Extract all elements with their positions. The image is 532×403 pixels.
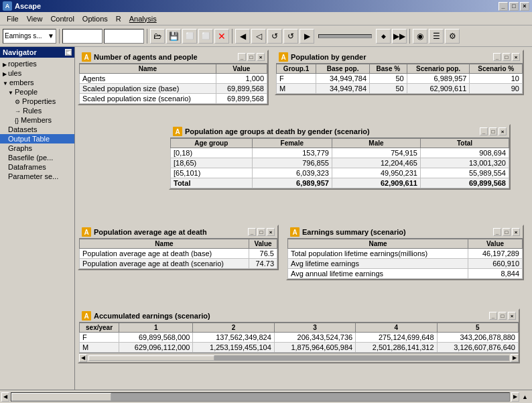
panel-pop-gender-close[interactable]: × <box>512 53 520 61</box>
toolbar-open-btn[interactable]: 🗁 <box>150 29 165 44</box>
panel-pop-gender-controls: _ □ × <box>493 53 520 61</box>
menu-r[interactable]: R <box>112 13 125 24</box>
panel-pop-gender-expand[interactable]: □ <box>503 53 511 61</box>
panel-agents-expand[interactable]: □ <box>247 53 255 61</box>
sidebar-item-basefile[interactable]: Basefile (pe... <box>0 153 74 162</box>
panel-earnings-summary-header: A Earnings summary (scenario) _ □ × <box>287 226 523 239</box>
gender-col-3: Scenario pop. <box>407 64 470 74</box>
scroll-thumb[interactable] <box>88 355 509 361</box>
panel-acc-earnings-icon: A <box>82 311 91 321</box>
toolbar-btn-9[interactable]: ▶ <box>300 29 314 44</box>
table-row: F 69,899,568,000 137,562,349,824 206,343… <box>80 333 519 343</box>
sidebar-item-people[interactable]: ▼People <box>0 87 74 97</box>
gender-col-4: Scenario % <box>470 64 523 74</box>
menu-file[interactable]: File <box>3 13 23 24</box>
scroll-left-btn[interactable]: ◀ <box>79 354 87 362</box>
panel-pop-gender-icon: A <box>279 52 288 62</box>
panel-acc-earnings-close[interactable]: × <box>508 312 516 320</box>
toolbar-btn-13[interactable]: ☰ <box>429 29 444 44</box>
toolbar-btn-6[interactable]: ◁ <box>251 29 266 44</box>
agents-col-value: Value <box>216 64 267 74</box>
panel-age-groups-title: Population age groups at death by gender… <box>185 127 480 135</box>
panel-age-groups: A Population age groups at death by gend… <box>169 124 511 190</box>
close-button[interactable]: × <box>520 2 529 11</box>
sidebar-item-parameter[interactable]: Parameter se... <box>0 172 74 181</box>
menu-analysis[interactable]: Analysis <box>125 13 161 24</box>
table-row: F 34,949,784 50 6,989,957 10 <box>277 74 523 84</box>
panel-agents-close[interactable]: × <box>257 53 265 61</box>
panel-avg-age-minimize[interactable]: _ <box>248 228 256 236</box>
panel-scrollbar[interactable]: ◀ ▶ <box>79 353 519 362</box>
panel-pop-gender-minimize[interactable]: _ <box>493 53 501 61</box>
toolbar-btn-7[interactable]: ↺ <box>267 29 282 44</box>
table-row: M 34,949,784 50 62,909,611 90 <box>277 84 523 94</box>
panel-earnings-summary-minimize[interactable]: _ <box>493 228 501 236</box>
scroll-h-left[interactable]: ◀ <box>1 392 9 402</box>
menu-options[interactable]: Options <box>78 13 112 24</box>
panel-acc-earnings-expand[interactable]: □ <box>498 312 507 320</box>
panel-age-groups-header: A Population age groups at death by gend… <box>170 125 509 138</box>
age-col-1: Female <box>252 139 332 148</box>
panel-avg-age-icon: A <box>82 227 91 237</box>
minimize-button[interactable]: _ <box>498 2 508 11</box>
panel-agents-title: Number of agents and people <box>94 53 238 61</box>
table-row: Scaled population size (scenario) 69,899… <box>80 94 267 104</box>
sidebar-item-rules[interactable]: ▶ules <box>0 68 74 78</box>
sidebar-item-people-members[interactable]: {} Members <box>0 115 74 125</box>
table-row: Total 6,989,957 62,909,611 69,899,568 <box>171 178 509 188</box>
content-area: A Number of agents and people _ □ × Name… <box>75 47 532 390</box>
toolbar-btn-11[interactable]: ▶▶ <box>392 29 407 44</box>
sidebar-item-graphs[interactable]: Graphs <box>0 143 74 153</box>
toolbar-btn-5[interactable]: ◀ <box>235 29 250 44</box>
table-row: [18,65) 796,855 12,204,465 13,001,320 <box>171 158 509 168</box>
panel-avg-age-title: Population average age at death <box>94 228 248 236</box>
toolbar-input-1[interactable] <box>62 29 103 44</box>
panel-avg-age-expand[interactable]: □ <box>257 228 265 236</box>
panel-earnings-summary-close[interactable]: × <box>512 228 520 236</box>
panel-avg-age-close[interactable]: × <box>267 228 275 236</box>
panel-avg-age-header: A Population average age at death _ □ × <box>79 226 277 239</box>
table-row: [65,101) 6,039,323 49,950,231 55,989,554 <box>171 168 509 178</box>
toolbar-btn-4[interactable]: ⬜ <box>198 29 213 44</box>
panel-acc-earnings-minimize[interactable]: _ <box>489 312 497 320</box>
es-col-1: Value <box>468 239 523 249</box>
sidebar-item-properties[interactable]: ▶roperties <box>0 59 74 68</box>
sidebar-item-output-table[interactable]: Output Table <box>0 134 74 143</box>
title-controls: _ □ × <box>498 2 529 11</box>
panel-age-groups-expand[interactable]: □ <box>489 127 497 135</box>
sidebar-collapse-btn[interactable]: ◀ <box>65 49 72 56</box>
ae-col-1: 1 <box>119 323 193 333</box>
scroll-right-btn[interactable]: ▶ <box>511 354 519 362</box>
sidebar-item-people-rules[interactable]: → Rules <box>0 106 74 115</box>
toolbar-btn-14[interactable]: ⚙ <box>445 29 460 44</box>
table-row: Avg lifetime earnings 660,910 <box>288 259 523 269</box>
bottom-bar: ◀ ▶ ▲ <box>0 390 532 403</box>
sidebar-item-members[interactable]: ▼embers <box>0 78 74 87</box>
toolbar-slider[interactable] <box>318 34 372 38</box>
scroll-h-right[interactable]: ▶ <box>511 392 519 402</box>
panel-age-groups-close[interactable]: × <box>498 127 507 135</box>
panel-agents-minimize[interactable]: _ <box>238 53 246 61</box>
maximize-button[interactable]: □ <box>509 2 519 11</box>
toolbar-btn-12[interactable]: ◉ <box>413 29 427 44</box>
toolbar-save-btn[interactable]: 💾 <box>166 29 181 44</box>
panel-earnings-summary: A Earnings summary (scenario) _ □ × Name… <box>286 225 524 280</box>
toolbar-input-2[interactable] <box>104 29 144 44</box>
sidebar-item-dataframes[interactable]: Dataframes <box>0 162 74 172</box>
sidebar-item-people-properties[interactable]: ⚙ Properties <box>0 97 74 106</box>
panel-earnings-summary-expand[interactable]: □ <box>503 228 511 236</box>
horizontal-scrollbar[interactable] <box>11 392 510 402</box>
toolbar-btn-8[interactable]: ↺ <box>283 29 298 44</box>
toolbar-dropdown[interactable]: Earnings s... ▼ <box>3 29 56 44</box>
toolbar-btn-10[interactable]: ◆ <box>376 29 391 44</box>
sidebar-item-datasets[interactable]: Datasets <box>0 125 74 134</box>
age-groups-table: Age group Female Male Total [0,18) 153,7… <box>170 138 509 188</box>
menu-control[interactable]: Control <box>46 13 78 24</box>
avg-age-col-0: Name <box>80 239 249 249</box>
toolbar-btn-3[interactable]: ⬜ <box>182 29 197 44</box>
menu-view[interactable]: View <box>23 13 47 24</box>
sidebar: Navigator ◀ ▶roperties ▶ules ▼embers ▼Pe… <box>0 47 75 390</box>
panel-age-groups-controls: _ □ × <box>480 127 507 135</box>
toolbar-stop-btn[interactable]: ✕ <box>214 29 229 44</box>
panel-age-groups-minimize[interactable]: _ <box>480 127 488 135</box>
